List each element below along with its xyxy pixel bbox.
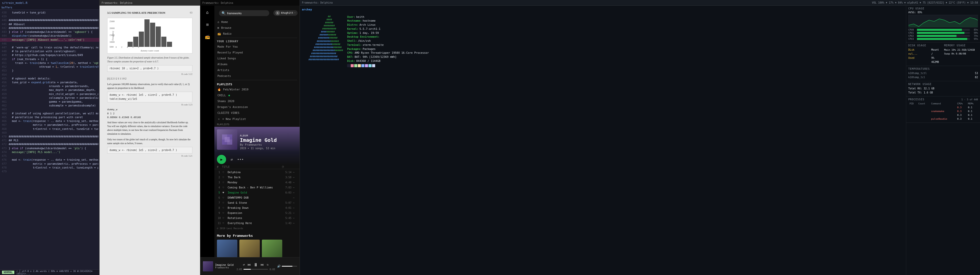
code-line: 451 trash <- train(data = twoClassSim(20… bbox=[0, 61, 99, 65]
sidebar-item-home[interactable]: ⌂ bbox=[204, 8, 212, 16]
terminal-title: archey bbox=[302, 8, 904, 12]
code-line: 441## XGboost bbox=[0, 22, 99, 26]
track-item[interactable]: 11♡Everything Here1:43⋯ bbox=[216, 221, 298, 226]
avatar: k bbox=[275, 11, 280, 15]
playlist-feb-label: Feb/Winter 2019 bbox=[223, 88, 248, 91]
code-line: 474 message('[INFO] PLS model...') bbox=[0, 150, 99, 154]
progress-bar[interactable] bbox=[243, 269, 268, 270]
podcasts-label: Podcasts bbox=[218, 74, 231, 77]
sidebar-item-radio[interactable]: 📻 bbox=[204, 33, 212, 41]
buffers-badge[interactable]: buffers bbox=[0, 6, 99, 9]
proc-col-pid: PID bbox=[909, 102, 917, 105]
sidebar-item-radio[interactable]: 📻 Radio bbox=[216, 31, 298, 37]
divider bbox=[217, 38, 297, 38]
temp-title: Temperatures bbox=[908, 68, 978, 70]
play-button[interactable]: ▶ bbox=[217, 155, 226, 164]
color-box bbox=[372, 64, 375, 67]
prev-icon[interactable]: ⏮ bbox=[247, 262, 251, 267]
more-card[interactable] bbox=[239, 240, 260, 257]
library-item-recently-played[interactable]: Recently Played bbox=[216, 50, 298, 55]
histogram-bar bbox=[145, 19, 150, 47]
album-info: ALBUM Imagine Gold By Frameworks 2019 • … bbox=[240, 134, 277, 150]
more-by-label: More by Frameworks bbox=[217, 234, 297, 237]
playlist-item-clozite[interactable]: CLOZITE VIBES bbox=[216, 110, 298, 116]
playlist-item-feb-winter[interactable]: 🔥 Feb/Winter 2019 bbox=[216, 87, 298, 92]
album-title: Imagine Gold bbox=[240, 137, 277, 143]
spotify-content[interactable]: 🔍 k khughitt ▾ ⌂ Home ⊞ Browse bbox=[215, 6, 300, 257]
pdf-r-code-label-1: R code 3.22 bbox=[107, 72, 192, 76]
playback-controls: ⇄ ⏮ ⏸ ⏭ ↻ bbox=[243, 262, 269, 267]
processes-title: Processes bbox=[908, 98, 924, 101]
sidebar-item-browse[interactable]: ⊞ bbox=[204, 21, 212, 28]
more-card[interactable] bbox=[262, 240, 282, 257]
new-playlist-button[interactable]: ＋ + New Playlist bbox=[216, 116, 298, 122]
mem-col: Memory Usage Main 10% 22.5GB/126GB Swap … bbox=[944, 44, 978, 64]
pdf-code-4: dummy_w <- rbinom( 1e5 , size=2 , prob=0… bbox=[107, 147, 192, 153]
track-item[interactable]: 8♡Breaking Down4:01⋯ bbox=[216, 205, 298, 210]
volume-bar[interactable] bbox=[282, 266, 297, 267]
more-card[interactable]: Delphina bbox=[217, 240, 237, 257]
track-item-active[interactable]: 5♥Imagine Gold6:03⋯ bbox=[216, 190, 298, 195]
network-section: Network Usage Total RX: 32.1 GB Total TX… bbox=[906, 81, 980, 96]
sidebar-item-home[interactable]: ⌂ Home bbox=[216, 19, 298, 25]
player-controls: ⇄ ⏮ ⏸ ⏭ ↻ 2:05 6:03 bbox=[237, 262, 275, 271]
shuffle-button[interactable]: ⇄ bbox=[229, 156, 235, 163]
spotify-search-bar[interactable]: 🔍 bbox=[219, 10, 269, 16]
playlist-item-shams[interactable]: Shams 2020 bbox=[216, 98, 298, 104]
code-line: 440#####################################… bbox=[0, 18, 99, 22]
code-line: 479 bbox=[0, 169, 99, 174]
processes-section: Processes 1 - 5 of 448 PID Count Command… bbox=[906, 96, 980, 123]
track-item[interactable]: 1♡Delphina5:14⋯ bbox=[216, 169, 298, 175]
player-bar: Imagine Gold Frameworks ⇄ ⏮ ⏸ ⏭ ↻ 2:05 6… bbox=[200, 257, 300, 275]
track-item[interactable]: 2♡The Dark3:58⋯ bbox=[216, 175, 298, 180]
playlist-item-dragons[interactable]: Dragon's Ascension bbox=[216, 104, 298, 110]
track-item[interactable]: 3♡Monday4:48⋯ bbox=[216, 180, 298, 185]
cpu-graph bbox=[908, 15, 978, 27]
pdf-r-code-label-4: R code 3.21 bbox=[107, 154, 192, 158]
code-line: 478 trControl = train_control, tuneLengt… bbox=[0, 166, 99, 169]
histogram-bar bbox=[139, 32, 144, 47]
track-item[interactable]: 6♡DOWNTEMPO DUB⋯ bbox=[216, 195, 298, 200]
pdf-text-body: And these values are very close to the a… bbox=[107, 121, 192, 136]
your-library-label: YOUR LIBRARY bbox=[215, 39, 300, 44]
green-dot-icon bbox=[228, 95, 230, 96]
volume-fill bbox=[282, 266, 293, 267]
repeat-icon[interactable]: ↻ bbox=[267, 263, 269, 266]
pdf-x-axis-label: dummy water count bbox=[141, 49, 159, 52]
next-icon[interactable]: ⏭ bbox=[261, 262, 264, 267]
pdf-text-2: Let's generate 100,000 dummy observation… bbox=[107, 82, 192, 90]
spotify-titlebar: Frameworks: Delphina bbox=[200, 0, 300, 6]
library-item-podcasts[interactable]: Podcasts bbox=[216, 73, 298, 79]
volume-icon[interactable]: 🔊 bbox=[277, 265, 281, 268]
histogram-bar bbox=[127, 42, 133, 47]
track-item[interactable]: 7♡Sand & Stone5:07⋯ bbox=[216, 200, 298, 205]
pause-button[interactable]: ⏸ bbox=[253, 262, 258, 267]
library-item-made-for-you[interactable]: Made For You bbox=[216, 44, 298, 50]
track-item[interactable]: 4♡Coming Back - Ben P Williams7:03⋯ bbox=[216, 185, 298, 190]
library-item-albums[interactable]: Albums bbox=[216, 62, 298, 67]
memory-swap: Swap 0% 0.0B/0B bbox=[944, 52, 978, 55]
track-item[interactable]: 10♡Rotations5:45⋯ bbox=[216, 215, 298, 221]
proc-col-cmd: Command bbox=[930, 102, 956, 105]
code-line: 454 bbox=[0, 73, 99, 77]
pdf-r-code-label-3: R code 3.23 bbox=[107, 103, 192, 106]
code-line: 464 # instead of using xgboost paralleli… bbox=[0, 112, 99, 115]
code-line: 444 dispatcher(snakemake@wildcards$model… bbox=[0, 34, 99, 38]
terminal-area[interactable]: archey ## #### ###### ######## #########… bbox=[300, 6, 906, 275]
search-input[interactable] bbox=[227, 12, 267, 15]
pdf-content[interactable]: 3.5 SAMPLING TO SIMULATE PREDICTION 63 F… bbox=[100, 6, 200, 275]
playlist-item-chill[interactable]: CHILL bbox=[216, 92, 298, 98]
editor-content[interactable]: 438 tuneGrid = tune_grid) 439 440#######… bbox=[0, 9, 99, 269]
code-line: 467 metric = params$metric, preProcess =… bbox=[0, 123, 99, 127]
player-track-title: Imagine Gold bbox=[215, 264, 234, 266]
sidebar-item-browse[interactable]: ⊞ Browse bbox=[216, 25, 298, 31]
more-button[interactable]: ••• bbox=[237, 156, 243, 163]
library-item-liked-songs[interactable]: Liked Songs bbox=[216, 55, 298, 62]
track-item[interactable]: 9♡Expansion5:21⋯ bbox=[216, 210, 298, 215]
shuffle-icon[interactable]: ⇄ bbox=[243, 263, 245, 266]
dragons-label: Dragon's Ascension bbox=[218, 106, 248, 109]
code-line: 450 if (num_threads > 1) { bbox=[0, 57, 99, 61]
nav-browse-label: Browse bbox=[221, 26, 231, 30]
library-item-artists[interactable]: Artists bbox=[216, 67, 298, 73]
user-menu[interactable]: k khughitt ▾ bbox=[273, 10, 298, 16]
